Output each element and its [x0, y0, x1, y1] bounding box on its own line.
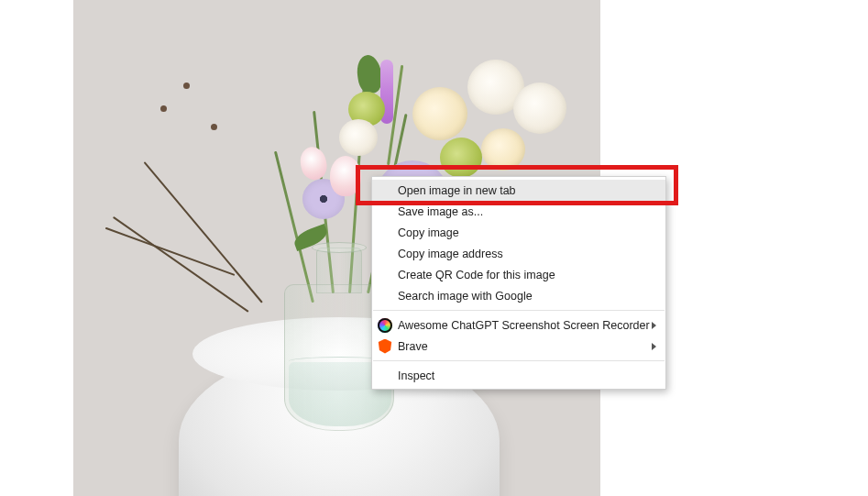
menu-item-label: Create QR Code for this image — [398, 269, 640, 281]
twig — [105, 227, 236, 276]
menu-ext-brave[interactable]: Brave — [372, 336, 665, 357]
menu-item-label: Search image with Google — [398, 290, 640, 303]
flower-rose — [481, 128, 525, 171]
flower-rose — [412, 87, 467, 140]
menu-create-qr-code[interactable]: Create QR Code for this image — [372, 264, 665, 285]
twig-bud — [183, 83, 190, 89]
menu-item-label: Brave — [398, 340, 640, 353]
flower-tulip — [298, 144, 330, 182]
flower-green — [440, 138, 482, 178]
flower-rose — [339, 119, 378, 156]
menu-item-label: Copy image — [398, 226, 640, 239]
menu-item-label: Save image as... — [398, 205, 640, 218]
menu-ext-awesome-screenshot[interactable]: Awesome ChatGPT Screenshot Screen Record… — [372, 314, 665, 336]
menu-item-label: Inspect — [398, 369, 640, 382]
menu-open-image-new-tab[interactable]: Open image in new tab — [372, 180, 665, 201]
menu-search-image-google[interactable]: Search image with Google — [372, 285, 665, 306]
flower-tulip — [330, 156, 361, 196]
twig-bud — [160, 105, 167, 112]
flower-rose — [513, 83, 566, 134]
menu-copy-image-address[interactable]: Copy image address — [372, 243, 665, 264]
menu-separator — [373, 310, 665, 311]
menu-save-image-as[interactable]: Save image as... — [372, 201, 665, 222]
menu-separator — [373, 360, 665, 361]
menu-item-label: Copy image address — [398, 248, 640, 260]
brave-icon — [378, 339, 392, 354]
twig-bud — [211, 124, 217, 130]
twig — [144, 161, 263, 303]
chevron-right-icon — [652, 322, 656, 329]
menu-item-label: Awesome ChatGPT Screenshot Screen Record… — [398, 319, 650, 332]
chevron-right-icon — [652, 343, 656, 350]
image-context-menu: Open image in new tab Save image as... C… — [371, 176, 666, 390]
menu-inspect[interactable]: Inspect — [372, 365, 665, 386]
menu-copy-image[interactable]: Copy image — [372, 222, 665, 243]
awesome-screenshot-icon — [378, 318, 392, 333]
menu-item-label: Open image in new tab — [398, 184, 640, 197]
